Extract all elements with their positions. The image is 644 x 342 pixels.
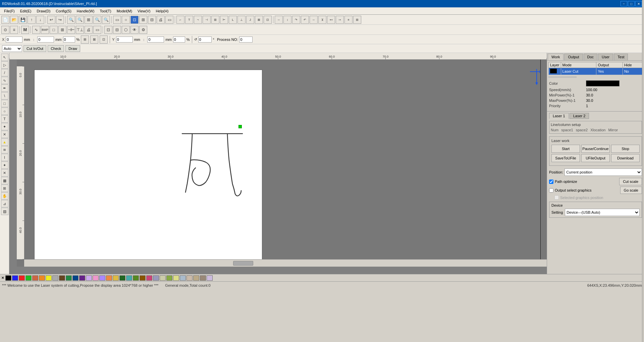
bmp-btn[interactable]: BMP <box>41 26 49 34</box>
zoom-all-button[interactable]: 🔍 <box>102 16 110 24</box>
star-tool[interactable]: ✦ <box>1 123 8 130</box>
hscroll[interactable] <box>24 259 547 267</box>
palette-color-29[interactable] <box>200 275 206 281</box>
palette-color-5[interactable] <box>39 275 45 281</box>
palette-color-3[interactable] <box>25 275 32 281</box>
align-ml[interactable]: ⊣ <box>203 16 211 24</box>
palette-color-23[interactable] <box>160 275 166 281</box>
path-optimize-checkbox[interactable] <box>549 180 553 184</box>
align-mr[interactable]: ⊢ <box>220 16 228 24</box>
grid-btn[interactable]: ⊠ <box>90 36 98 44</box>
palette-color-27[interactable] <box>186 275 193 281</box>
snap-btn[interactable]: ⊡ <box>100 36 108 44</box>
tab-work[interactable]: Work <box>548 54 564 60</box>
u-file-output-button[interactable]: UFileOutput <box>581 154 610 162</box>
palette-color-22[interactable] <box>153 275 159 281</box>
laser2-tab[interactable]: Laser 2 <box>570 113 589 119</box>
palette-color-19[interactable] <box>133 275 139 281</box>
tab-user[interactable]: User <box>598 54 613 60</box>
cut-scale-button[interactable]: Cut scale <box>619 178 642 185</box>
delete-tool[interactable]: ✕ <box>1 131 8 138</box>
distrib-h[interactable]: ⊠ <box>255 16 263 24</box>
distrib-v[interactable]: ⊡ <box>264 16 272 24</box>
curve-tool[interactable]: ∿ <box>1 77 8 84</box>
smooth-tool[interactable]: ⊿ <box>1 200 8 207</box>
grid-tool[interactable]: ⊞ <box>1 185 8 192</box>
rect-button[interactable]: ▭ <box>113 16 121 24</box>
fill-tool[interactable]: ▲ <box>1 138 8 146</box>
mirror-h[interactable]: ↔ <box>275 16 283 24</box>
export-button[interactable]: ↓ <box>36 16 44 24</box>
palette-color-28[interactable] <box>193 275 199 281</box>
hor-ext[interactable]: ⊣⊢ <box>67 26 75 34</box>
color-value-box[interactable] <box>586 80 620 86</box>
palette-x[interactable]: ✕ <box>1 276 4 280</box>
align-bl[interactable]: L <box>229 16 237 24</box>
node-tool[interactable]: ▷ <box>1 61 8 69</box>
settings-btn[interactable]: ⚙ <box>139 26 147 34</box>
menu-tool[interactable]: Tool(T) <box>97 8 114 14</box>
green-handle[interactable] <box>238 125 242 128</box>
save-button[interactable]: 💾 <box>19 16 27 24</box>
rotate-ccw[interactable]: ↶ <box>301 16 309 24</box>
tab-doc[interactable]: Doc <box>584 54 598 60</box>
pan-tool[interactable]: ✋ <box>1 192 8 200</box>
hatch-tool[interactable]: ≋ <box>1 146 8 153</box>
palette-color-21[interactable] <box>146 275 152 281</box>
x-size-input[interactable] <box>37 37 54 43</box>
undo-button[interactable]: ↩ <box>47 16 55 24</box>
y-size-input[interactable] <box>147 37 164 43</box>
palette-color-4[interactable] <box>32 275 38 281</box>
frame-button[interactable]: ▭ <box>165 16 173 24</box>
import-button[interactable]: ↑ <box>28 16 36 24</box>
drawing-area[interactable] <box>24 60 547 267</box>
redo-button[interactable]: ↪ <box>56 16 64 24</box>
radio-btn[interactable]: ⊙ <box>1 26 9 34</box>
open-button[interactable]: 📂 <box>10 16 18 24</box>
zoom-out-button[interactable]: 🔍 <box>76 16 84 24</box>
menu-view[interactable]: View(V) <box>135 8 153 14</box>
align-bc[interactable]: ⊥ <box>237 16 246 24</box>
palette-color-2[interactable] <box>19 275 25 281</box>
palette-color-25[interactable] <box>173 275 179 281</box>
minimize-button[interactable]: − <box>621 1 627 6</box>
auto-dropdown[interactable]: Auto <box>2 45 22 52</box>
scan-button[interactable]: ⊡ <box>130 16 139 24</box>
tab-test[interactable]: Test <box>614 54 628 60</box>
align-mc[interactable]: ⊞ <box>211 16 219 24</box>
menu-edit[interactable]: Edit(E) <box>17 8 34 14</box>
check-button[interactable]: Check <box>48 45 64 52</box>
select-btn[interactable]: ⊡ <box>104 26 112 34</box>
process-no-input[interactable] <box>239 37 253 43</box>
array-btn[interactable]: ⊞ <box>58 26 66 34</box>
angle-input[interactable] <box>198 37 212 43</box>
laser1-tab[interactable]: Laser 1 <box>549 113 569 119</box>
zoom-in-button[interactable]: 🔍 <box>67 16 75 24</box>
center-v[interactable]: ⊸ <box>336 16 344 24</box>
palette-color-10[interactable] <box>72 275 78 281</box>
x-pct-input[interactable] <box>63 37 75 43</box>
flip-h[interactable]: ↔ <box>310 16 318 24</box>
pause-continue-button[interactable]: Pause/Continue <box>581 145 610 153</box>
zoom-fit-button[interactable]: ⊞ <box>85 16 93 24</box>
crop-tool[interactable]: ✕ <box>1 169 8 177</box>
m-btn[interactable]: M <box>21 26 29 34</box>
palette-color-15[interactable] <box>106 275 112 281</box>
start-button[interactable]: Start <box>551 145 580 153</box>
lock-btn[interactable]: ⊞ <box>81 36 89 44</box>
eye-btn[interactable]: 👁 <box>130 26 139 34</box>
same-size[interactable]: ≡ <box>344 16 353 24</box>
move-tool[interactable]: ✦ <box>1 161 8 169</box>
resize-handle[interactable] <box>642 0 644 342</box>
go-scale-button[interactable]: Go scale <box>620 187 642 194</box>
frame2-btn[interactable]: ▭ <box>93 26 101 34</box>
palette-color-13[interactable] <box>93 275 99 281</box>
new-button[interactable]: 📄 <box>1 16 9 24</box>
palette-color-0[interactable] <box>5 275 11 281</box>
device-select[interactable]: Device---(USB:Auto) <box>565 209 640 216</box>
ellipse-tool[interactable]: ○ <box>1 108 8 115</box>
palette-color-8[interactable] <box>59 275 65 281</box>
palette-color-7[interactable] <box>52 275 58 281</box>
measure-tool[interactable]: I <box>1 154 8 161</box>
stop-button[interactable]: Stop <box>611 145 640 153</box>
